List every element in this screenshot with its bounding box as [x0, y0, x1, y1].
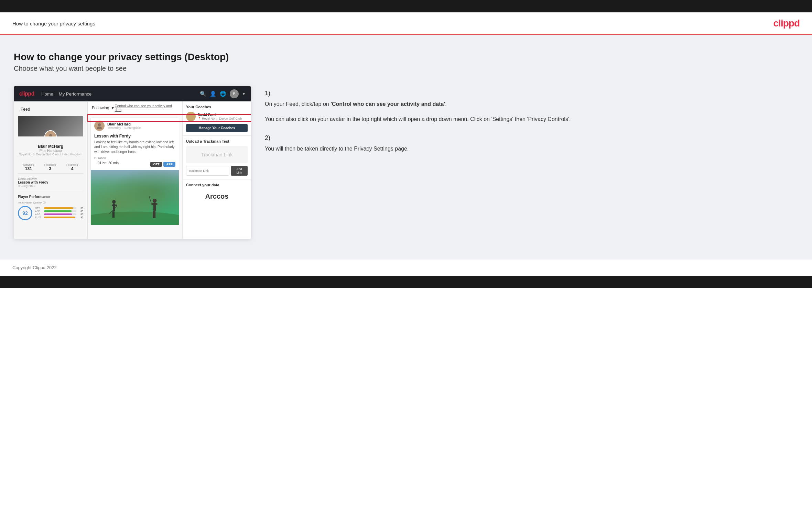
manage-coaches-button[interactable]: Manage Your Coaches	[186, 124, 248, 132]
svg-point-11	[153, 199, 157, 203]
stat-activities-label: Activities	[23, 163, 34, 166]
clippd-logo: clippd	[773, 18, 800, 29]
svg-point-3	[97, 126, 102, 129]
svg-point-0	[49, 134, 52, 136]
stat-activities: Activities 131	[23, 163, 34, 171]
copyright: Copyright Clippd 2022	[12, 265, 57, 270]
feed-tab[interactable]: Feed	[18, 106, 83, 113]
svg-point-5	[112, 200, 116, 203]
badge-ott: OTT	[150, 162, 162, 167]
nav-my-performance[interactable]: My Performance	[59, 91, 91, 97]
badge-app: APP	[163, 162, 175, 167]
latest-activity-label: Latest Activity	[18, 177, 83, 180]
svg-rect-14	[153, 211, 154, 218]
svg-rect-9	[113, 211, 115, 218]
trackman-section: Upload a Trackman Test Trackman Link Add…	[183, 136, 251, 179]
latest-activity: Latest Activity Lesson with Fordy 03 Aug…	[18, 176, 83, 189]
profile-info: Blair McHarg Plus Handicap Royal North D…	[18, 136, 83, 161]
content-layout: clippd Home My Performance 🔍 👤 🌐 B ▼ Fee…	[14, 86, 798, 239]
latest-activity-name: Lesson with Fordy	[18, 180, 83, 184]
step1-text: On your Feed, click/tap on 'Control who …	[265, 100, 798, 109]
tpq-bar-putt: PUTT 96	[35, 216, 83, 219]
feed-controls: Following ▼ Control who can see your act…	[88, 101, 182, 115]
tpq-label: Total Player Quality ⓘ	[18, 201, 83, 205]
connect-section: Connect your data Arccos	[183, 179, 251, 207]
arccos-logo: Arccos	[186, 190, 248, 203]
post-user-info: Blair McHarg Yesterday · Sunningdale	[107, 122, 141, 130]
svg-point-4	[91, 212, 179, 225]
instruction-step2: 2) You will then be taken directly to th…	[265, 134, 798, 153]
trackman-add-button[interactable]: Add Link	[231, 166, 248, 176]
app-screenshot: clippd Home My Performance 🔍 👤 🌐 B ▼ Fee…	[14, 86, 251, 239]
user-avatar[interactable]: B	[230, 89, 239, 98]
profile-stats: Activities 131 Followers 3 Following 4	[18, 161, 83, 174]
feed-post: Blair McHarg Yesterday · Sunningdale Les…	[90, 118, 179, 225]
tpq-bar-app: APP 85	[35, 210, 83, 212]
globe-icon[interactable]: 🌐	[220, 91, 226, 97]
profile-avatar-wrap	[44, 130, 57, 136]
page-heading-text: How to change your privacy settings (Des…	[14, 52, 798, 63]
svg-point-2	[98, 123, 101, 126]
tpq-bars: OTT 90 APP 85 ARG 86 PUTT	[35, 207, 83, 219]
post-header: Blair McHarg Yesterday · Sunningdale	[91, 118, 179, 134]
profile-banner	[18, 116, 83, 136]
tpq-bar-arg: ARG 86	[35, 213, 83, 216]
coach-club: 📍 Royal North Devon Golf Club	[198, 117, 242, 120]
player-perf-title: Player Performance	[18, 195, 83, 199]
following-button[interactable]: Following ▼	[92, 106, 115, 110]
post-duration-label: Duration	[91, 156, 179, 161]
post-image	[91, 170, 179, 225]
step1-num: 1)	[265, 90, 798, 97]
player-performance: Player Performance Total Player Quality …	[18, 192, 83, 220]
instructions: 1) On your Feed, click/tap on 'Control w…	[265, 86, 798, 164]
svg-rect-15	[154, 211, 155, 218]
top-bar	[0, 0, 812, 12]
coach-name: David Ford	[198, 113, 242, 117]
step2-num: 2)	[265, 134, 798, 142]
svg-rect-8	[112, 211, 113, 218]
profile-avatar	[44, 130, 57, 136]
stat-following-value: 4	[66, 166, 78, 171]
profile-name: Blair McHarg	[18, 144, 83, 149]
post-user-meta: Yesterday · Sunningdale	[107, 126, 141, 130]
app-nav-icons: 🔍 👤 🌐 B ▼	[200, 89, 246, 98]
header-title: How to change your privacy settings	[12, 21, 95, 26]
main-content: How to change your privacy settings (Des…	[0, 35, 812, 260]
app-body: Feed Blair McHarg	[14, 101, 251, 239]
instruction-step1: 1) On your Feed, click/tap on 'Control w…	[265, 90, 798, 123]
svg-rect-13	[151, 203, 158, 205]
bottom-bar	[0, 276, 812, 288]
trackman-input-row: Add Link	[186, 166, 248, 176]
user-icon[interactable]: 👤	[210, 91, 216, 97]
search-icon[interactable]: 🔍	[200, 91, 206, 97]
tpq-circle: 92	[18, 206, 32, 220]
tpq-bar-ott: OTT 90	[35, 207, 83, 209]
stat-followers-label: Followers	[44, 163, 56, 166]
trackman-placeholder: Trackman Link	[186, 146, 248, 163]
coach-info: David Ford 📍 Royal North Devon Golf Club	[198, 113, 242, 120]
golfer-svg	[91, 170, 179, 225]
app-feed: Following ▼ Control who can see your act…	[88, 101, 182, 239]
site-footer: Copyright Clippd 2022	[0, 260, 812, 276]
nav-home[interactable]: Home	[41, 91, 53, 97]
profile-handicap: Plus Handicap	[18, 149, 83, 153]
location-icon: 📍	[198, 117, 201, 120]
coach-avatar	[186, 112, 196, 121]
profile-card: Blair McHarg Plus Handicap Royal North D…	[18, 116, 83, 189]
profile-club: Royal North Devon Golf Club, United King…	[18, 153, 83, 156]
post-duration-value: 01 hr : 30 min	[94, 161, 122, 167]
coach-item: David Ford 📍 Royal North Devon Golf Club	[186, 112, 248, 121]
chevron-down-icon: ▼	[242, 92, 246, 96]
tpq-content: 92 OTT 90 APP 85 ARG	[18, 206, 83, 220]
stat-followers: Followers 3	[44, 163, 56, 171]
coaches-title: Your Coaches	[186, 105, 248, 109]
coaches-section: Your Coaches David Ford 📍 Royal North De…	[183, 101, 251, 136]
post-user-name: Blair McHarg	[107, 122, 141, 126]
app-right-panel: Your Coaches David Ford 📍 Royal North De…	[182, 101, 251, 239]
privacy-link[interactable]: Control who can see your activity and da…	[115, 104, 178, 112]
page-heading: How to change your privacy settings (Des…	[14, 52, 798, 73]
connect-title: Connect your data	[186, 183, 248, 187]
trackman-input[interactable]	[186, 166, 229, 176]
app-nav: clippd Home My Performance 🔍 👤 🌐 B ▼	[14, 86, 251, 101]
post-badges: OTT APP	[150, 162, 175, 167]
